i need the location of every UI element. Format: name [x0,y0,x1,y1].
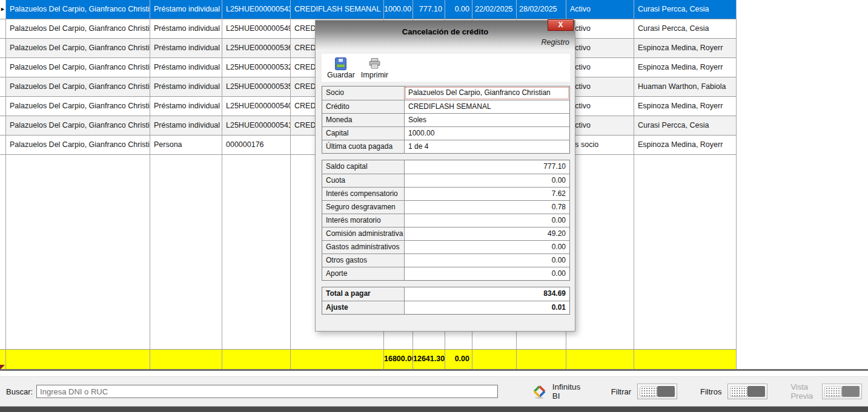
infinitus-logo-icon [532,384,547,400]
field-label: Gastos administrativos [322,241,405,253]
field-value[interactable]: 1 de 4 [405,140,569,153]
toggle-group-vista-previa: Vista Previa [790,382,862,401]
toggle-thumb-icon [824,386,842,397]
field-label: Otros gastos [322,254,405,267]
cell-tipo: Préstamo individual [150,97,222,116]
cell-estado: Activo [566,58,634,77]
search-input[interactable] [36,385,498,398]
total-otros: 0.00 [445,350,472,369]
cell-fecha-vencimiento: 28/02/2025 [517,0,566,19]
cell-estado: Activo [566,0,634,19]
cell-socio: Palazuelos Del Carpio, Gianfranco Christ… [6,39,150,57]
cell-analista: Huaman Warthon, Fabiola [634,77,737,96]
cell-analista: Curasi Percca, Cesia [634,0,737,19]
cell-analista: Espinoza Medina, Royerr [634,136,737,154]
current-row-arrow-icon: ► [0,0,5,19]
cell-tipo: Préstamo individual [150,39,222,57]
field-value[interactable]: CREDIFLASH SEMANAL [405,100,569,113]
cell-socio: Palazuelos Del Carpio, Gianfranco Christ… [6,77,150,96]
field-value[interactable]: 0.00 [405,254,569,267]
field-value[interactable]: 49.20 [405,227,569,240]
toggle-group-filtros: Filtros [700,384,767,399]
cell-analista: Curasi Percca, Cesia [634,19,737,38]
modal-title: Cancelación de crédito [316,27,575,36]
toggle-thumb-icon [730,386,747,397]
form-row: Otros gastos0.00 [322,253,569,267]
cell-analista: Espinoza Medina, Royerr [634,97,737,116]
field-value[interactable]: 0.00 [405,174,569,187]
field-label: Seguro desgravamen [322,201,405,214]
cell-codigo: L25HUE000000541 [222,116,291,135]
field-value[interactable]: Palazuelos Del Carpio, Gianfranco Christ… [405,87,569,100]
save-button[interactable]: Guardar [324,56,358,80]
field-value[interactable]: 834.69 [405,287,569,301]
search-label: Buscar: [6,387,33,396]
cell-codigo: L25HUE000000549 [222,19,291,38]
field-value[interactable]: 0.78 [405,201,569,214]
grid-corner-marker [0,365,5,370]
filler-selector-cell [0,155,6,349]
cell-estado: Activo [566,19,634,38]
save-icon [334,57,348,71]
form-row: Interés compensatorio7.62 [322,187,569,200]
close-button[interactable]: X [548,19,574,31]
cell-tipo: Préstamo individual [150,116,222,135]
total-socio [6,350,150,369]
cell-analista: Espinoza Medina, Royerr [634,58,737,77]
field-value[interactable]: 0.00 [405,241,569,253]
cell-estado: Activo [566,116,634,135]
row-selector [0,116,6,135]
form-row: Gastos administrativos0.00 [322,240,569,253]
total-codigo [222,350,291,369]
toggle-thumb-icon [640,386,657,397]
filler-cell [634,155,737,349]
toggle-track [842,386,860,397]
print-button[interactable]: Imprimir [358,56,391,80]
field-label: Ajuste [322,301,405,314]
filtrar-toggle[interactable] [637,384,677,399]
total-estado [566,350,634,369]
toggle-controls: FiltrarFiltrosVista Previa [588,382,862,401]
vista-previa-toggle [822,384,862,399]
row-selector [0,136,6,154]
field-label: Crédito [322,100,405,113]
field-value[interactable]: 0.01 [405,301,569,314]
totals-row: 16800.0012641.300.00 [0,350,737,369]
modal-toolbar: Guardar Imprimir [322,54,570,82]
cell-producto: CREDIFLASH SEMANAL [291,0,384,19]
field-value[interactable]: 0.00 [405,267,569,280]
cell-socio: Palazuelos Del Carpio, Gianfranco Christ… [6,136,150,154]
cell-codigo: L25HUE000000532 [222,58,291,77]
cell-socio: Palazuelos Del Carpio, Gianfranco Christ… [6,0,150,19]
field-value[interactable]: 1000.00 [405,127,569,140]
cell-codigo: L25HUE000000543 [222,0,291,19]
filler-cell [6,155,150,349]
field-value[interactable]: Soles [405,114,569,126]
total-fecha-vencimiento [517,350,566,369]
form-row: CréditoCREDIFLASH SEMANAL [322,100,569,113]
form-row: Total a pagar834.69 [322,287,569,301]
modal-titlebar: Cancelación de crédito X Registro [316,21,575,51]
credit-info-section: SocioPalazuelos Del Carpio, Gianfranco C… [322,86,570,154]
total-producto [291,350,384,369]
cell-capital: 1000.00 [384,0,413,19]
cell-socio: Palazuelos Del Carpio, Gianfranco Christ… [6,58,150,77]
filtros-toggle[interactable] [727,384,767,399]
field-label: Socio [322,87,405,100]
table-row[interactable]: ►Palazuelos Del Carpio, Gianfranco Chris… [0,0,737,19]
brand: Infinitus BI [532,382,588,401]
field-value[interactable]: 7.62 [405,188,569,200]
total-capital: 16800.00 [384,350,413,369]
form-row: Interés moratorio0.00 [322,214,569,227]
status-bar: Buscar: Infinitus BI FiltrarFiltrosVista… [0,376,868,406]
toggle-track [747,386,765,397]
spacer [0,371,868,376]
field-value[interactable]: 0.00 [405,214,569,227]
field-label: Total a pagar [322,287,405,301]
cell-tipo: Persona [150,136,222,154]
field-label: Moneda [322,114,405,126]
form-row: SocioPalazuelos Del Carpio, Gianfranco C… [322,87,569,100]
field-value[interactable]: 777.10 [405,160,569,174]
amounts-section: Saldo capital777.10Cuota0.00Interés comp… [322,160,570,281]
toggle-label: Filtros [700,387,721,396]
